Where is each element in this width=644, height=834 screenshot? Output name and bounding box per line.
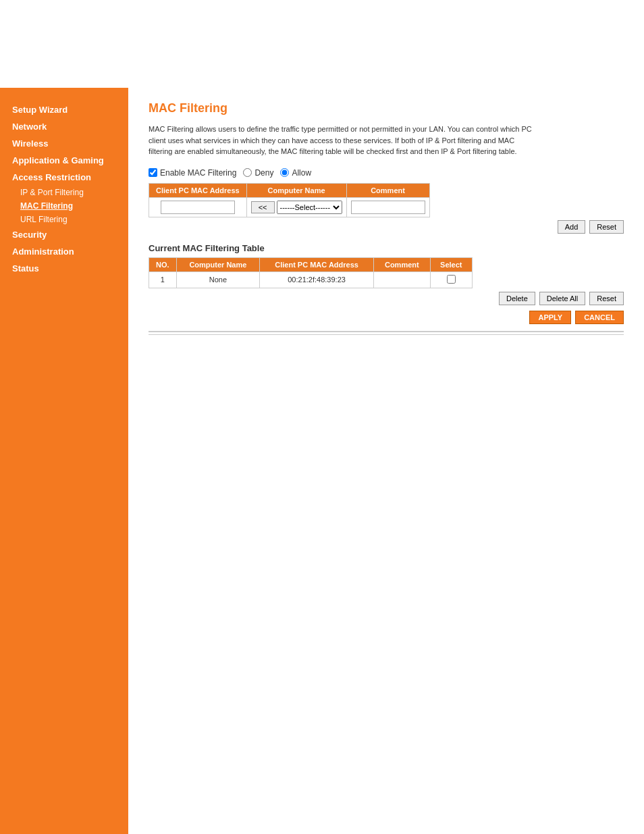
allow-radio-label[interactable]: Allow (280, 168, 311, 178)
sidebar-item-access-restriction[interactable]: Access Restriction (0, 169, 128, 186)
main-content: Setup Wizard Network Wireless Applicatio… (0, 88, 644, 834)
bottom-divider-2 (149, 334, 624, 335)
enable-mac-filtering-checkbox[interactable] (149, 168, 157, 177)
apply-cancel-row: APPLY CANCEL (149, 311, 624, 324)
select-back-button[interactable]: << (251, 201, 275, 213)
sidebar-item-network[interactable]: Network (0, 118, 128, 135)
sidebar-item-security[interactable]: Security (0, 226, 128, 243)
delete-action-row: Delete Delete All Reset (149, 292, 624, 305)
sidebar-sub-item-url-filtering[interactable]: URL Filtering (0, 213, 128, 226)
page-description: MAC Filtering allows users to define the… (149, 124, 533, 157)
cancel-button[interactable]: CANCEL (575, 311, 624, 324)
col-no: NO. (149, 257, 177, 271)
sidebar-sub-item-ip-port-filtering[interactable]: IP & Port Filtering (0, 186, 128, 199)
col-comment: Comment (373, 257, 430, 271)
col-mac-address: Client PC MAC Address (260, 257, 374, 271)
current-mac-table: NO. Computer Name Client PC MAC Address … (149, 257, 473, 288)
input-row: << ------Select------ (149, 197, 430, 217)
sidebar-item-setup-wizard[interactable]: Setup Wizard (0, 101, 128, 118)
allow-radio[interactable] (280, 168, 289, 177)
enable-mac-filtering-label[interactable]: Enable MAC Filtering (149, 168, 236, 178)
enable-mac-filtering-text: Enable MAC Filtering (160, 168, 236, 178)
deny-radio-label[interactable]: Deny (243, 168, 273, 178)
col-header-comment: Comment (346, 183, 429, 197)
reset-table-button[interactable]: Reset (589, 292, 624, 305)
sidebar: Setup Wizard Network Wireless Applicatio… (0, 88, 128, 834)
comment-input[interactable] (351, 201, 425, 214)
computer-name-cell: << ------Select------ (246, 197, 346, 217)
input-filter-table: Client PC MAC Address Computer Name Comm… (149, 183, 430, 217)
col-header-mac: Client PC MAC Address (149, 183, 247, 197)
row-mac-address: 00:21:2f:48:39:23 (260, 271, 374, 288)
page-title: MAC Filtering (149, 101, 624, 115)
row-no: 1 (149, 271, 177, 288)
select-row: << ------Select------ (251, 201, 342, 214)
mac-input-cell (149, 197, 247, 217)
comment-input-cell (346, 197, 429, 217)
sidebar-sub-item-mac-filtering[interactable]: MAC Filtering (0, 199, 128, 213)
add-reset-row: Add Reset (149, 220, 624, 234)
deny-radio[interactable] (243, 168, 252, 177)
col-header-computer-name: Computer Name (246, 183, 346, 197)
row-select-checkbox[interactable] (447, 275, 456, 284)
delete-button[interactable]: Delete (499, 292, 535, 305)
row-computer-name: None (176, 271, 260, 288)
row-select-cell (430, 271, 472, 288)
sidebar-item-administration[interactable]: Administration (0, 243, 128, 260)
sidebar-item-status[interactable]: Status (0, 260, 128, 277)
delete-all-button[interactable]: Delete All (539, 292, 585, 305)
add-button[interactable]: Add (558, 220, 586, 234)
col-select: Select (430, 257, 472, 271)
page-wrapper: Setup Wizard Network Wireless Applicatio… (0, 0, 644, 834)
top-area (0, 0, 644, 88)
row-comment (373, 271, 430, 288)
table-row: 1 None 00:21:2f:48:39:23 (149, 271, 473, 288)
deny-label: Deny (254, 168, 273, 178)
allow-label: Allow (292, 168, 311, 178)
bottom-divider-1 (149, 331, 624, 332)
computer-name-select[interactable]: ------Select------ (277, 201, 342, 214)
col-computer-name: Computer Name (176, 257, 260, 271)
sidebar-item-wireless[interactable]: Wireless (0, 135, 128, 152)
reset-input-button[interactable]: Reset (589, 220, 624, 234)
content-area: MAC Filtering MAC Filtering allows users… (128, 88, 644, 834)
current-table-title: Current MAC Filtering Table (149, 243, 624, 253)
apply-button[interactable]: APPLY (529, 311, 571, 324)
mac-address-input[interactable] (161, 201, 235, 214)
sidebar-item-app-gaming[interactable]: Application & Gaming (0, 152, 128, 169)
enable-row: Enable MAC Filtering Deny Allow (149, 168, 624, 178)
